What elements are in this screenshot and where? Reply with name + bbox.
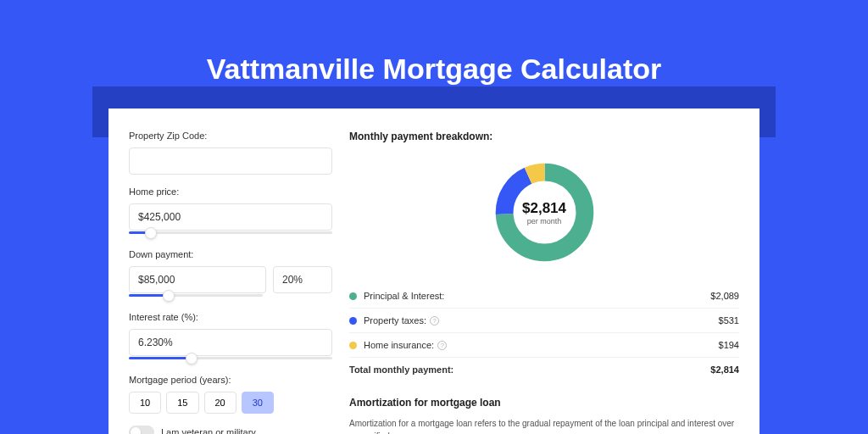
- calculator-card: Property Zip Code: Home price: Down paym…: [108, 108, 760, 434]
- ins-amount: $194: [719, 340, 739, 350]
- donut-sub: per month: [522, 217, 566, 225]
- down-pct-input[interactable]: [273, 266, 332, 293]
- rate-label: Interest rate (%):: [129, 312, 332, 322]
- price-slider[interactable]: [129, 229, 332, 237]
- amort-title: Amortization for mortgage loan: [349, 397, 739, 409]
- toggle-knob: [131, 427, 141, 434]
- total-label: Total monthly payment:: [349, 364, 453, 375]
- payment-donut-chart: $2,814 per month: [492, 159, 598, 265]
- tax-label: Property taxes:: [364, 315, 426, 326]
- info-icon[interactable]: ?: [430, 316, 439, 326]
- row-total: Total monthly payment: $2,814: [349, 358, 739, 381]
- amort-text: Amortization for a mortgage loan refers …: [349, 417, 739, 434]
- period-10-button[interactable]: 10: [129, 392, 161, 414]
- period-row: 10 15 20 30: [129, 392, 332, 414]
- period-label: Mortgage period (years):: [129, 375, 332, 385]
- veteran-toggle[interactable]: [129, 426, 154, 434]
- row-property-taxes: Property taxes: ? $531: [349, 309, 739, 333]
- veteran-label: I am veteran or military: [161, 427, 256, 434]
- dot-ins-icon: [349, 342, 357, 349]
- period-30-button[interactable]: 30: [242, 392, 274, 414]
- price-label: Home price:: [129, 186, 332, 197]
- donut-amount: $2,814: [522, 200, 566, 217]
- period-20-button[interactable]: 20: [204, 392, 236, 414]
- row-principal-interest: Principal & Interest: $2,089: [349, 284, 739, 309]
- dot-pi-icon: [349, 292, 357, 300]
- breakdown-title: Monthly payment breakdown:: [349, 131, 739, 142]
- info-icon[interactable]: ?: [437, 341, 447, 350]
- down-input[interactable]: [129, 266, 266, 293]
- donut-area: $2,814 per month: [349, 151, 739, 274]
- page-title: Vattmanville Mortgage Calculator: [0, 0, 868, 103]
- total-amount: $2,814: [710, 364, 739, 375]
- price-input[interactable]: [129, 203, 332, 231]
- down-label: Down payment:: [129, 249, 332, 259]
- tax-amount: $531: [719, 315, 739, 326]
- form-panel: Property Zip Code: Home price: Down paym…: [129, 131, 332, 434]
- pi-label: Principal & Interest:: [364, 291, 444, 301]
- zip-input[interactable]: [129, 147, 332, 175]
- breakdown-panel: Monthly payment breakdown: $2,814 per mo…: [349, 131, 739, 434]
- zip-label: Property Zip Code:: [129, 131, 332, 141]
- ins-label: Home insurance:: [364, 340, 434, 350]
- dot-tax-icon: [349, 317, 357, 325]
- row-home-insurance: Home insurance: ? $194: [349, 333, 739, 358]
- rate-slider[interactable]: [129, 354, 332, 363]
- down-slider[interactable]: [129, 292, 263, 300]
- pi-amount: $2,089: [710, 291, 739, 301]
- rate-input[interactable]: [129, 329, 332, 356]
- period-15-button[interactable]: 15: [166, 392, 198, 414]
